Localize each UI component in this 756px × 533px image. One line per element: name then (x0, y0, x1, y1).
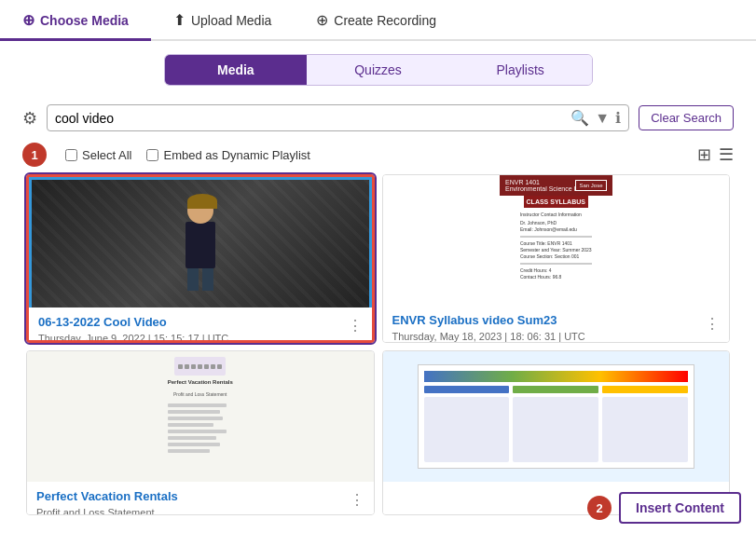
nav-choose-media-label: Choose Media (40, 13, 129, 28)
tab-quizzes[interactable]: Quizzes (307, 55, 449, 85)
card-date-2: Profit and Loss Statement (36, 507, 178, 515)
nav-upload-media[interactable]: ⬆ Upload Media (151, 2, 294, 41)
card-menu-1[interactable]: ⋮ (705, 315, 720, 333)
media-card-3[interactable]: ⋮ (382, 350, 731, 515)
insert-content-wrapper: 2 Insert Content (587, 492, 741, 524)
tab-playlists[interactable]: Playlists (449, 55, 592, 85)
toolbar-row: 1 Select All Embed as Dynamic Playlist ⊞… (0, 139, 756, 171)
filter-funnel-icon[interactable]: ▼ (595, 110, 610, 127)
search-icon[interactable]: 🔍 (570, 109, 589, 127)
create-recording-icon: ⊕ (316, 11, 328, 29)
media-thumb-2: Perfect Vacation Rentals Profit and Loss… (27, 351, 374, 482)
media-thumb-0 (29, 177, 372, 308)
card-menu-2[interactable]: ⋮ (350, 491, 364, 509)
card-date-0: Thursday, June 9, 2022 | 15: 15: 17 | UT… (38, 333, 228, 343)
card-info-2: Perfect Vacation Rentals Profit and Loss… (27, 482, 374, 515)
search-action-icons: 🔍 ▼ ℹ (570, 109, 621, 127)
card-title-1: ENVR Syllabus video Sum23 (392, 313, 585, 329)
upload-media-icon: ⬆ (173, 11, 186, 29)
select-all-checkbox-label[interactable]: Select All (65, 148, 131, 162)
tab-media[interactable]: Media (165, 55, 308, 85)
choose-media-icon: ⊕ (22, 11, 34, 29)
nav-upload-media-label: Upload Media (191, 13, 271, 28)
media-card-2[interactable]: Perfect Vacation Rentals Profit and Loss… (26, 350, 375, 515)
slide-preview (418, 364, 694, 469)
card-title-0: 06-13-2022 Cool Video (38, 315, 228, 331)
embed-dynamic-playlist-checkbox[interactable] (146, 149, 158, 161)
step-badge-1: 1 (22, 143, 47, 167)
card-title-2: Perfect Vacation Rentals (36, 489, 178, 505)
insert-content-button[interactable]: Insert Content (619, 492, 741, 524)
view-toggle-icons: ⊞ ☰ (697, 144, 734, 165)
select-all-checkbox[interactable] (65, 149, 77, 161)
card-info-0: 06-13-2022 Cool Video Thursday, June 9, … (29, 308, 372, 343)
clear-search-button[interactable]: Clear Search (639, 105, 734, 130)
tabs-section: Media Quizzes Playlists (0, 41, 756, 97)
nav-create-recording[interactable]: ⊕ Create Recording (294, 2, 459, 41)
media-card-0[interactable]: 06-13-2022 Cool Video Thursday, June 9, … (26, 174, 375, 343)
card-info-1: ENVR Syllabus video Sum23 Thursday, May … (383, 306, 730, 343)
video-thumbnail-figure (172, 198, 228, 291)
search-input[interactable] (55, 111, 565, 126)
top-navigation: ⊕ Choose Media ⬆ Upload Media ⊕ Create R… (0, 0, 756, 41)
media-thumb-3 (383, 351, 730, 482)
tabs-container: Media Quizzes Playlists (164, 54, 593, 86)
step-badge-2: 2 (587, 496, 612, 520)
nav-create-recording-label: Create Recording (334, 13, 436, 28)
grid-view-icon[interactable]: ⊞ (697, 144, 711, 165)
class-syllabus-label: CLASS SYLLABUS (524, 196, 588, 208)
card-date-1: Thursday, May 18, 2023 | 18: 06: 31 | UT… (392, 331, 585, 342)
syllabus-content: Instructor Contact Information Dr. Johns… (515, 208, 598, 306)
card-menu-0[interactable]: ⋮ (348, 317, 363, 335)
info-icon[interactable]: ℹ (615, 109, 621, 127)
search-wrapper: 🔍 ▼ ℹ (47, 104, 629, 131)
list-view-icon[interactable]: ☰ (719, 144, 734, 165)
media-grid: 06-13-2022 Cool Video Thursday, June 9, … (0, 171, 756, 519)
media-card-1[interactable]: ENVR 1401Environmental Science I San Jos… (382, 174, 731, 343)
filter-icon[interactable]: ⚙ (22, 108, 37, 129)
nav-choose-media[interactable]: ⊕ Choose Media (0, 2, 151, 41)
embed-dynamic-playlist-label[interactable]: Embed as Dynamic Playlist (146, 148, 310, 162)
media-thumb-1: ENVR 1401Environmental Science I San Jos… (383, 175, 730, 306)
search-section: ⚙ 🔍 ▼ ℹ Clear Search (0, 97, 756, 139)
